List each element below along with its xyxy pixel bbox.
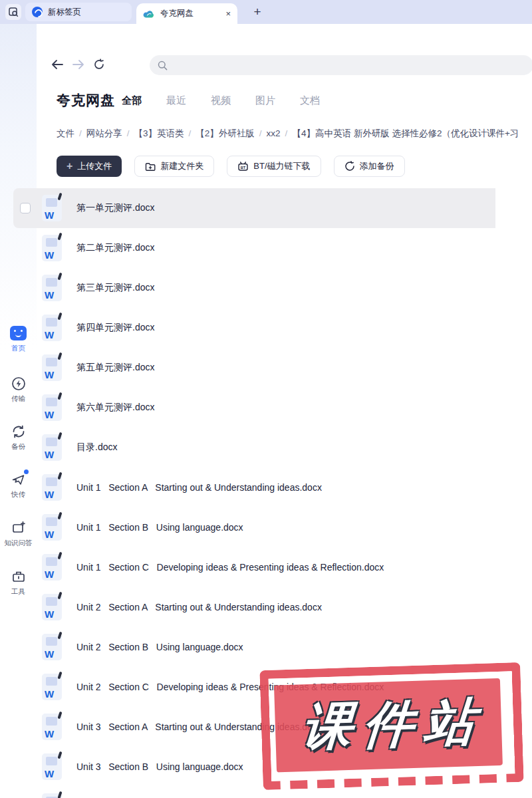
tab-title: 新标签页 <box>48 7 81 18</box>
row-checkbox[interactable] <box>20 203 31 213</box>
word-doc-icon: W <box>42 315 62 341</box>
breadcrumb-item[interactable]: 网站分享 <box>86 128 122 138</box>
quark-netdisk-page: 新标签页 夸克网盘 × + 首页 <box>0 0 532 798</box>
file-row[interactable]: W 第六单元测评.docx <box>13 388 495 428</box>
forward-button[interactable] <box>71 57 86 72</box>
backup-circle-icon <box>344 161 355 172</box>
app-logo: 夸克网盘 <box>57 91 115 110</box>
file-name[interactable]: 第六单元测评.docx <box>76 388 154 428</box>
breadcrumb-item[interactable]: 文件 <box>57 128 74 138</box>
word-doc-icon: W <box>42 394 62 421</box>
file-row[interactable]: W 第三单元测评.docx <box>13 268 495 308</box>
tab-videos[interactable]: 视频 <box>211 94 231 107</box>
file-name[interactable]: Unit 1 Section C Developing ideas & Pres… <box>76 547 384 587</box>
refresh-button[interactable] <box>92 57 106 72</box>
word-doc-icon: W <box>42 554 62 581</box>
tab-title: 夸克网盘 <box>160 8 194 19</box>
breadcrumb-item[interactable]: xx2 <box>267 128 281 138</box>
browser-tab-bar: 新标签页 夸克网盘 × + <box>0 0 532 24</box>
word-doc-icon: W <box>42 753 62 780</box>
word-doc-icon: W <box>42 714 62 740</box>
search-icon <box>158 61 168 70</box>
svg-text:BT: BT <box>241 166 246 170</box>
browser-tab-quark-pan[interactable]: 夸克网盘 × <box>136 3 237 24</box>
file-row[interactable]: W 第四单元测评.docx <box>13 308 495 348</box>
word-doc-icon: W <box>42 354 62 381</box>
tab-close-icon[interactable]: × <box>225 9 231 18</box>
new-tab-button[interactable]: + <box>249 3 266 21</box>
file-name[interactable]: 第五单元测评.docx <box>76 348 154 388</box>
word-doc-icon: W <box>42 275 62 301</box>
file-name[interactable]: Unit 1 Section A Starting out & Understa… <box>76 467 322 507</box>
file-row[interactable]: W Unit 1 Section A Starting out & Unders… <box>13 467 495 507</box>
tab-recent[interactable]: 最近 <box>166 94 186 107</box>
filter-tabs: 全部 最近 视频 图片 文档 <box>122 94 320 107</box>
file-row[interactable]: W 第一单元测评.docx <box>13 188 495 228</box>
upload-file-button[interactable]: + 上传文件 <box>57 156 122 177</box>
back-button[interactable] <box>50 57 65 72</box>
new-folder-icon <box>145 162 156 172</box>
word-doc-icon: W <box>42 594 62 620</box>
breadcrumb: 文件/网站分享/【3】英语类/【2】外研社版/xx2/【4】高中英语 新外研版 … <box>57 128 532 140</box>
word-doc-icon: W <box>42 474 62 501</box>
word-doc-icon: W <box>42 514 62 541</box>
stamp-text: 课件站 <box>289 688 487 762</box>
add-backup-button[interactable]: 添加备份 <box>334 156 405 177</box>
bt-magnet-icon: BT <box>237 161 249 172</box>
file-name[interactable]: Unit 3 Section B Using language.docx <box>76 747 243 787</box>
word-doc-icon: W <box>42 634 62 660</box>
file-name[interactable]: 第一单元测评.docx <box>76 188 154 228</box>
file-name[interactable]: 第四单元测评.docx <box>76 308 154 348</box>
browser-search-bar[interactable] <box>150 55 532 75</box>
tab-search-icon <box>9 7 19 17</box>
quark-pan-cloud-icon <box>143 9 155 19</box>
plus-icon: + <box>66 160 72 172</box>
file-name[interactable]: 第二单元测评.docx <box>76 228 154 268</box>
word-doc-icon: W <box>42 235 62 261</box>
search-input[interactable] <box>173 61 492 70</box>
file-row[interactable]: W 第二单元测评.docx <box>13 228 495 268</box>
word-doc-icon: W <box>42 793 62 798</box>
file-row[interactable]: W Unit 1 Section C Developing ideas & Pr… <box>13 547 495 587</box>
file-name[interactable]: 第三单元测评.docx <box>76 268 154 308</box>
watermark-stamp: 课件站 <box>259 662 523 790</box>
file-row[interactable]: W 第五单元测评.docx <box>13 348 495 388</box>
file-row-partial[interactable]: W <box>13 787 495 798</box>
file-name[interactable]: Unit 1 Section B Using language.docx <box>76 507 243 547</box>
word-doc-icon: W <box>42 434 62 461</box>
breadcrumb-current: 【4】高中英语 新外研版 选择性必修2（优化设计课件+习 <box>292 128 519 138</box>
tab-docs[interactable]: 文档 <box>300 94 320 107</box>
action-toolbar: + 上传文件 新建文件夹 BT BT/磁力链下载 <box>57 156 405 177</box>
word-doc-icon: W <box>42 195 62 221</box>
word-doc-icon: W <box>42 674 62 700</box>
stamp-fill: 课件站 <box>274 678 503 773</box>
bt-magnet-download-button[interactable]: BT BT/磁力链下载 <box>227 156 321 177</box>
browser-tab-newtab[interactable]: 新标签页 <box>25 3 132 21</box>
file-name[interactable]: 目录.docx <box>76 428 117 467</box>
breadcrumb-item[interactable]: 【2】外研社版 <box>196 128 255 138</box>
tab-images[interactable]: 图片 <box>255 94 275 107</box>
file-row[interactable]: W Unit 2 Section B Using language.docx <box>13 627 495 667</box>
breadcrumb-item[interactable]: 【3】英语类 <box>134 128 184 138</box>
new-folder-button[interactable]: 新建文件夹 <box>134 156 214 177</box>
quark-browser-icon <box>32 7 43 17</box>
tab-search-button[interactable] <box>5 4 21 20</box>
file-row[interactable]: W 目录.docx <box>13 428 495 467</box>
file-row[interactable]: W Unit 1 Section B Using language.docx <box>13 507 495 547</box>
file-row[interactable]: W Unit 2 Section A Starting out & Unders… <box>13 587 495 627</box>
file-name[interactable]: Unit 2 Section A Starting out & Understa… <box>76 587 322 627</box>
tab-all[interactable]: 全部 <box>122 94 142 107</box>
file-name[interactable]: Unit 2 Section B Using language.docx <box>76 627 243 667</box>
